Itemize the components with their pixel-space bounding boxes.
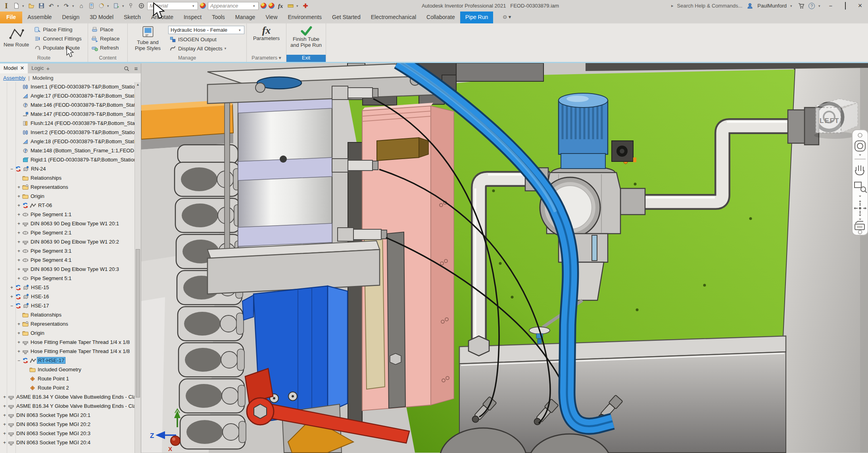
- viewport-3d[interactable]: Z X LEFT: [141, 63, 868, 453]
- tree-item-din-8063-90-deg-elbow-type-w1-20-3[interactable]: +DIN 8063 90 Deg Elbow Type W1 20:3: [0, 265, 134, 274]
- ruler-icon[interactable]: [286, 2, 294, 10]
- caret-icon[interactable]: ▾: [818, 4, 822, 8]
- viewport-3d-scene[interactable]: Z X LEFT: [141, 63, 868, 453]
- display-all-objects-button[interactable]: Display All Objects▾: [168, 44, 244, 53]
- tree-item-origin[interactable]: +Origin: [0, 192, 134, 201]
- user-name[interactable]: PaulMunford: [757, 3, 787, 9]
- tube-pipe-style-select[interactable]: Hydraulic Hose - Female▾: [168, 26, 244, 34]
- tree-item-route-point-2[interactable]: Route Point 2: [0, 383, 134, 392]
- open-icon[interactable]: [27, 2, 35, 10]
- expander-icon[interactable]: +: [2, 440, 7, 445]
- ribbon-tab-pipe-run[interactable]: Pipe Run: [460, 12, 494, 23]
- expander-icon[interactable]: +: [17, 267, 21, 272]
- collapse-search-icon[interactable]: ▸: [671, 3, 674, 8]
- search-icon[interactable]: [122, 63, 131, 73]
- replace-content-button[interactable]: Replace: [90, 34, 121, 43]
- minimize-button[interactable]: −: [825, 2, 836, 9]
- caret-icon[interactable]: ▾: [107, 4, 110, 8]
- ribbon-tab-manage[interactable]: Manage: [230, 12, 261, 23]
- tree-item-hse-16[interactable]: +HSE-16: [0, 292, 134, 301]
- tree-item-din-8063-socket-type-mgi-20-2[interactable]: +DIN 8063 Socket Type MGI 20:2: [0, 420, 134, 429]
- browser-scrollbar[interactable]: ▲: [134, 82, 141, 453]
- inventor-logo-icon[interactable]: I: [2, 2, 10, 10]
- expander-icon[interactable]: −: [17, 358, 21, 363]
- ribbon-tab-assemble[interactable]: Assemble: [22, 12, 57, 23]
- expander-icon[interactable]: +: [2, 403, 7, 409]
- tree-item-mate-148-bottom-station-frame-1-1-feod-0[interactable]: Mate:148 (Bottom_Station_Frame_1:1,FEOD-…: [0, 146, 134, 155]
- manage-panel-title[interactable]: Manage: [130, 55, 244, 62]
- material-sphere-icon[interactable]: [200, 3, 206, 9]
- new-route-button[interactable]: New Route: [2, 24, 31, 55]
- expander-icon[interactable]: +: [2, 394, 7, 400]
- expander-icon[interactable]: −: [10, 303, 14, 309]
- appearance-select[interactable]: Appearance▾: [208, 2, 259, 10]
- tree-item-relationships[interactable]: Relationships: [0, 310, 134, 319]
- tree-item-rigid-1-feod-00303879-t-p-bottom-station[interactable]: Rigid:1 (FEOD-00303879-T&P,Bottom_Statio…: [0, 155, 134, 164]
- ribbon-display-options-icon[interactable]: ⊙ ▾: [503, 12, 511, 23]
- tree-item-rt-hse-17[interactable]: −RT-HSE-17: [0, 356, 134, 365]
- measure-icon[interactable]: [127, 2, 135, 10]
- expander-icon[interactable]: +: [17, 184, 21, 190]
- tree-item-hse-17[interactable]: −HSE-17: [0, 301, 134, 310]
- redo-icon[interactable]: ↷: [62, 2, 70, 10]
- tree-item-hose-fitting-female-taper-thread-1-4-x-1[interactable]: +Hose Fitting Female Taper Thread 1/4 x …: [0, 347, 134, 356]
- tab-model[interactable]: Model✕: [0, 63, 28, 73]
- tree-item-insert-1-feod-00303879-t-p-bottom-statio[interactable]: Insert:1 (FEOD-00303879-T&P,Bottom_Stati…: [0, 82, 134, 91]
- filter-assembly[interactable]: Assembly: [3, 75, 25, 81]
- exit-panel-title[interactable]: Exit: [286, 55, 326, 62]
- iproperties-icon[interactable]: [87, 2, 95, 10]
- help-icon[interactable]: ?: [808, 3, 815, 9]
- caret-icon[interactable]: ▾: [57, 4, 60, 8]
- orange-beam[interactable]: [141, 100, 233, 150]
- ribbon-tab-inspect[interactable]: Inspect: [179, 12, 207, 23]
- ribbon-tab-get-started[interactable]: Get Started: [327, 12, 366, 23]
- tree-item-mate-147-feod-00303879-t-p-bottom-statio[interactable]: Mate:147 (FEOD-00303879-T&P,Bottom_Stati…: [0, 109, 134, 119]
- selection-filter-icon[interactable]: [137, 2, 145, 10]
- tree-item-included-geometry[interactable]: Included Geometry: [0, 365, 134, 374]
- expander-icon[interactable]: +: [17, 239, 21, 245]
- refresh-content-button[interactable]: Refresh: [90, 43, 121, 52]
- expander-icon[interactable]: +: [17, 194, 21, 199]
- home-icon[interactable]: ⌂: [77, 2, 85, 10]
- manifold-tank[interactable]: [440, 336, 786, 453]
- store-cart-icon[interactable]: [797, 2, 805, 10]
- expander-icon[interactable]: +: [17, 203, 21, 208]
- scrollbar-thumb[interactable]: [136, 249, 140, 397]
- ribbon-tab-tools[interactable]: Tools: [207, 12, 230, 23]
- expander-icon[interactable]: +: [17, 212, 21, 217]
- caret-icon[interactable]: ▾: [296, 4, 300, 8]
- tree-item-flush-124-feod-00303879-t-p-bottom-stati[interactable]: Flush:124 (FEOD-00303879-T&P,Bottom_Stat…: [0, 119, 134, 128]
- save-icon[interactable]: [37, 2, 45, 10]
- isogen-output-button[interactable]: ISOGEN Output: [168, 35, 244, 44]
- browser-menu-icon[interactable]: ≡: [131, 63, 141, 73]
- ribbon-tab-environments[interactable]: Environments: [283, 12, 327, 23]
- expander-icon[interactable]: +: [2, 422, 7, 427]
- add-tab-icon[interactable]: +: [46, 65, 50, 73]
- tree-item-din-8063-socket-type-mgi-20-4[interactable]: +DIN 8063 Socket Type MGI 20:4: [0, 438, 134, 447]
- add-icon[interactable]: ✚: [301, 2, 309, 10]
- new-file-icon[interactable]: [12, 2, 20, 10]
- expander-icon[interactable]: +: [10, 285, 14, 290]
- populate-route-button[interactable]: Populate Route: [33, 43, 83, 52]
- tree-item-hse-15[interactable]: +HSE-15: [0, 283, 134, 292]
- tree-item-asme-b16-34-y-globe-valve-buttwelding-en[interactable]: +ASME B16.34 Y Globe Valve Buttwelding E…: [0, 401, 134, 411]
- close-icon[interactable]: ✕: [20, 65, 24, 73]
- expander-icon[interactable]: +: [10, 294, 14, 299]
- parameters-button[interactable]: fx Parameters: [252, 24, 281, 55]
- tree-item-angle-17-feod-00303879-t-p-bottom-statio[interactable]: Angle:17 (FEOD-00303879-T&P,Bottom_Stati…: [0, 91, 134, 100]
- tree-item-angle-18-feod-00303879-t-p-bottom-statio[interactable]: Angle:18 (FEOD-00303879-T&P,Bottom_Stati…: [0, 137, 134, 146]
- expander-icon[interactable]: +: [2, 413, 7, 418]
- sketch-icon[interactable]: [97, 2, 105, 10]
- tree-item-din-8063-socket-type-mgi-20-1[interactable]: +DIN 8063 Socket Type MGI 20:1: [0, 411, 134, 420]
- tree-item-din-8063-90-deg-elbow-type-w1-20-2[interactable]: +DIN 8063 90 Deg Elbow Type W1 20:2: [0, 237, 134, 246]
- expander-icon[interactable]: +: [17, 276, 21, 281]
- regulator-knob[interactable]: [559, 93, 608, 169]
- tree-item-rn-24[interactable]: −RN-24: [0, 164, 134, 173]
- finish-tube-pipe-run-button[interactable]: Finish Tube and Pipe Run: [288, 24, 324, 55]
- caret-icon[interactable]: ▾: [122, 4, 125, 8]
- tree-item-asme-b16-34-y-globe-valve-buttwelding-en[interactable]: +ASME B16.34 Y Globe Valve Buttwelding E…: [0, 392, 134, 401]
- update-icon[interactable]: [112, 2, 120, 10]
- gray-rail[interactable]: [387, 232, 405, 408]
- tube-and-pipe-styles-button[interactable]: Tube and Pipe Styles: [130, 24, 166, 55]
- tree-item-pipe-segment-3-1[interactable]: +Pipe Segment 3:1: [0, 246, 134, 255]
